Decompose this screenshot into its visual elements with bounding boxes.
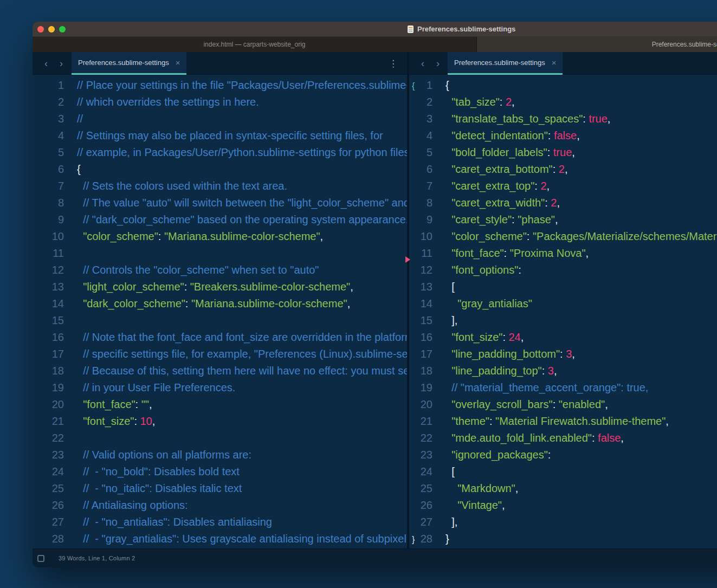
code-text: [ [445, 279, 455, 295]
tab-scroll-right-icon[interactable]: › [60, 52, 63, 75]
code-line[interactable]: 21 "font_size": 10, [33, 413, 407, 430]
code-line[interactable]: 20 "overlay_scroll_bars": "enabled", [409, 396, 717, 413]
code-text: "dark_color_scheme": "Mariana.sublime-co… [77, 295, 350, 312]
line-number: 7 [409, 178, 432, 195]
line-number: 5 [409, 144, 432, 161]
code-line[interactable]: 18 // Because of this, setting them here… [33, 363, 407, 379]
code-area-left[interactable]: 1// Place your settings in the file "Pac… [33, 75, 407, 548]
code-text: "tab_size": 2, [445, 94, 515, 111]
code-text: "line_padding_bottom": 3, [445, 346, 575, 363]
code-line[interactable]: 2// which overrides the settings in here… [33, 94, 407, 111]
code-line[interactable]: 25 // - "no_italic": Disables italic tex… [33, 480, 407, 497]
code-line[interactable]: 25 "Markdown", [409, 480, 717, 497]
code-line[interactable]: 12 "font_options": [409, 262, 717, 279]
code-area-right[interactable]: {1{2 "tab_size": 2,3 "translate_tabs_to_… [409, 75, 717, 548]
tab-scroll-right-icon[interactable]: › [436, 52, 440, 75]
code-text: "ignored_packages": [445, 447, 551, 463]
line-number: 7 [33, 178, 64, 195]
code-line[interactable]: 27 // - "no_antialias": Disables antiali… [33, 514, 407, 531]
code-text: "caret_extra_width": 2, [445, 195, 560, 211]
code-text: "color_scheme": "Mariana.sublime-color-s… [77, 228, 323, 245]
code-line[interactable]: 11 [33, 245, 407, 262]
code-text: // which overrides the settings in here. [77, 94, 259, 111]
line-number: 15 [409, 312, 432, 329]
line-number: 1 [33, 77, 64, 94]
tab-close-icon[interactable]: × [176, 58, 180, 67]
code-line[interactable]: 14 "dark_color_scheme": "Mariana.sublime… [33, 295, 407, 312]
code-line[interactable]: 3// [33, 111, 407, 127]
code-line[interactable]: 20 "font_face": "", [33, 396, 407, 413]
code-line[interactable]: 28 // - "gray_antialias": Uses grayscale… [33, 531, 407, 547]
code-line[interactable]: 3 "translate_tabs_to_spaces": true, [409, 111, 717, 127]
code-line[interactable]: 16 // Note that the font_face and font_s… [33, 329, 407, 346]
code-line[interactable]: 27 ], [409, 514, 717, 531]
code-line[interactable]: 21 "theme": "Material Firewatch.sublime-… [409, 413, 717, 430]
code-line[interactable]: 24 [ [409, 463, 717, 480]
pane-right-tabstrip: ‹ › Preferences.sublime-settings × [409, 52, 717, 75]
code-line[interactable]: 10 "color_scheme": "Mariana.sublime-colo… [33, 228, 407, 245]
code-line[interactable]: 16 "font_size": 24, [409, 329, 717, 346]
code-line[interactable]: }28} [409, 531, 717, 547]
line-number: 17 [409, 346, 432, 363]
code-line[interactable]: 26 // Antialiasing options: [33, 497, 407, 514]
tab-overflow-menu-icon[interactable]: ⋮ [389, 52, 398, 75]
pane-divider[interactable] [407, 52, 409, 548]
code-line[interactable]: 17 // specific settings file, for exampl… [33, 346, 407, 363]
code-text: // The value "auto" will switch between … [77, 195, 407, 211]
code-line[interactable]: 8 // The value "auto" will switch betwee… [33, 195, 407, 211]
code-line[interactable]: 1// Place your settings in the file "Pac… [33, 77, 407, 94]
code-line[interactable]: 2 "tab_size": 2, [409, 94, 717, 111]
code-line[interactable]: 6{ [33, 161, 407, 178]
code-line[interactable]: 17 "line_padding_bottom": 3, [409, 346, 717, 363]
code-line[interactable]: 9 // "dark_color_scheme" based on the op… [33, 211, 407, 228]
code-line[interactable]: 23 "ignored_packages": [409, 447, 717, 463]
code-line[interactable]: 10 "color_scheme": "Packages/Materialize… [409, 228, 717, 245]
code-line[interactable]: 15 ], [409, 312, 717, 329]
code-line[interactable]: 5 "bold_folder_labels": true, [409, 144, 717, 161]
code-line[interactable]: 14 "gray_antialias" [409, 295, 717, 312]
titlebar[interactable]: Preferences.sublime-settings [33, 22, 717, 36]
minimize-window-button[interactable] [48, 26, 55, 33]
code-line[interactable]: 9 "caret_style": "phase", [409, 211, 717, 228]
code-line[interactable]: 11 "font_face": "Proxima Nova", [409, 245, 717, 262]
file-tab-preferences-left[interactable]: Preferences.sublime-settings × [72, 52, 186, 75]
window-tab-preferences[interactable]: Preferences.sublime-settings [477, 37, 717, 52]
code-line[interactable]: 19 // "material_theme_accent_orange": tr… [409, 379, 717, 396]
code-line[interactable]: 7 // Sets the colors used within the tex… [33, 178, 407, 195]
code-line[interactable]: 7 "caret_extra_top": 2, [409, 178, 717, 195]
code-line[interactable]: 13 [ [409, 279, 717, 295]
code-line[interactable]: 4 "detect_indentation": false, [409, 127, 717, 144]
desktop: Preferences.sublime-settings index.html … [0, 0, 717, 588]
code-line[interactable]: 6 "caret_extra_bottom": 2, [409, 161, 717, 178]
code-line[interactable]: 13 "light_color_scheme": "Breakers.subli… [33, 279, 407, 295]
tab-scroll-left-icon[interactable]: ‹ [421, 52, 424, 75]
code-line[interactable]: 18 "line_padding_top": 3, [409, 363, 717, 379]
code-line[interactable]: 15 [33, 312, 407, 329]
window-tab-index-html[interactable]: index.html — carparts-website_orig [33, 37, 477, 52]
line-number: 16 [33, 329, 64, 346]
line-number: 1 [409, 77, 432, 94]
code-line[interactable]: 22 "mde.auto_fold_link.enabled": false, [409, 430, 717, 447]
line-number: 23 [409, 447, 432, 463]
code-line[interactable]: 12 // Controls the "color_scheme" when s… [33, 262, 407, 279]
tab-close-icon[interactable]: × [552, 58, 557, 67]
line-number: 19 [409, 379, 432, 396]
close-window-button[interactable] [37, 26, 44, 33]
code-text: // Sets the colors used within the text … [77, 178, 287, 195]
code-text: // [77, 111, 83, 127]
code-line[interactable]: 22 [33, 430, 407, 447]
zoom-window-button[interactable] [59, 26, 66, 33]
file-tab-preferences-right[interactable]: Preferences.sublime-settings × [448, 52, 563, 75]
code-line[interactable]: 4// Settings may also be placed in synta… [33, 127, 407, 144]
code-line[interactable]: {1{ [409, 77, 717, 94]
code-line[interactable]: 8 "caret_extra_width": 2, [409, 195, 717, 211]
pane-caret-marker [405, 256, 414, 263]
code-line[interactable]: 5// example, in Packages/User/Python.sub… [33, 144, 407, 161]
code-text: "mde.auto_fold_link.enabled": false, [445, 430, 624, 447]
code-line[interactable]: 26 "Vintage", [409, 497, 717, 514]
code-line[interactable]: 23 // Valid options on all platforms are… [33, 447, 407, 463]
code-line[interactable]: 24 // - "no_bold": Disables bold text [33, 463, 407, 480]
code-text: // Antialiasing options: [77, 497, 188, 514]
code-line[interactable]: 19 // in your User File Preferences. [33, 379, 407, 396]
tab-scroll-left-icon[interactable]: ‹ [44, 52, 48, 75]
